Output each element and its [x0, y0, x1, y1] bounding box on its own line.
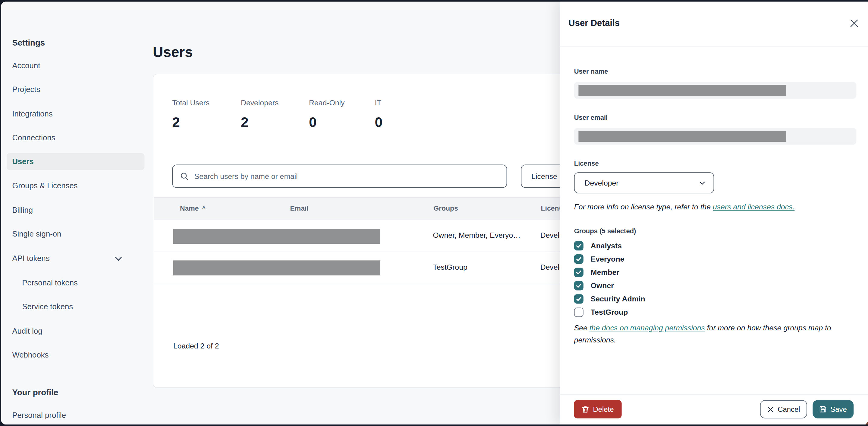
user-name-field[interactable]: [574, 82, 857, 98]
user-details-panel: User Details User name User email Licens…: [560, 2, 868, 425]
license-filter-label: License: [531, 172, 557, 180]
users-card: Total Users 2 Developers 2 Read-Only 0 I…: [153, 74, 599, 388]
delete-button[interactable]: Delete: [574, 400, 622, 419]
sidebar-item-personal-profile[interactable]: Personal profile: [12, 407, 66, 423]
sidebar-heading-settings: Settings: [12, 34, 45, 50]
chevron-down-icon: [699, 179, 706, 187]
stat-value: 0: [375, 114, 382, 130]
save-icon: [819, 405, 827, 413]
license-label: License: [574, 160, 599, 167]
cancel-button[interactable]: Cancel: [760, 400, 807, 419]
stat-label: Developers: [241, 98, 278, 107]
group-label: Owner: [591, 281, 614, 290]
permissions-note: See the docs on managing permissions for…: [574, 322, 858, 346]
group-label: Everyone: [591, 255, 624, 263]
sidebar-item-billing[interactable]: Billing: [12, 202, 33, 219]
group-label: TestGroup: [591, 308, 628, 316]
table-header: Name ^ Email Groups License: [154, 197, 598, 219]
redacted-name-email: [173, 229, 380, 244]
sidebar-item-single-sign-on[interactable]: Single sign-on: [12, 226, 61, 242]
column-header-email[interactable]: Email: [290, 198, 308, 219]
checkbox-icon: [574, 281, 584, 290]
sidebar-item-projects[interactable]: Projects: [12, 81, 40, 97]
sidebar-item-integrations[interactable]: Integrations: [12, 105, 53, 122]
save-label: Save: [830, 405, 846, 414]
sidebar-item-api-tokens[interactable]: API tokens: [12, 250, 50, 266]
sidebar-item-groups-licenses[interactable]: Groups & Licenses: [12, 177, 78, 194]
redacted-user-name: [578, 85, 786, 96]
license-dropdown-value: Developer: [585, 179, 699, 187]
stat-label: Total Users: [172, 98, 210, 107]
checkbox-icon: [574, 267, 584, 277]
divider: [560, 394, 868, 395]
user-name-label: User name: [574, 67, 608, 76]
x-icon: [767, 406, 774, 413]
checkbox-icon: [574, 241, 584, 250]
app-canvas: Settings Account Projects Integrations C…: [1, 2, 868, 425]
page-title: Users: [153, 44, 193, 61]
sidebar-item-connections[interactable]: Connections: [12, 129, 55, 146]
search-icon: [180, 172, 189, 180]
user-email-label: User email: [574, 114, 608, 121]
sidebar-item-webhooks[interactable]: Webhooks: [12, 346, 49, 363]
chevron-down-icon[interactable]: [114, 254, 123, 263]
window: Settings Account Projects Integrations C…: [0, 0, 868, 426]
row-groups-cell: TestGroup: [433, 263, 467, 272]
stat-value: 0: [309, 114, 345, 130]
settings-sidebar: Settings Account Projects Integrations C…: [1, 2, 153, 425]
users-licenses-docs-link[interactable]: users and licenses docs.: [713, 203, 795, 211]
group-checkbox-testgroup[interactable]: TestGroup: [574, 305, 628, 319]
checkbox-icon: [574, 307, 584, 316]
save-button[interactable]: Save: [812, 400, 854, 419]
group-checkbox-analysts[interactable]: Analysts: [574, 239, 622, 252]
search-users-input[interactable]: [193, 171, 507, 181]
sidebar-item-account[interactable]: Account: [12, 57, 40, 74]
panel-title: User Details: [568, 19, 620, 28]
stat-label: Read-Only: [309, 98, 345, 107]
redacted-name-email: [173, 260, 380, 276]
group-checkbox-member[interactable]: Member: [574, 265, 619, 279]
trash-icon: [582, 405, 589, 413]
group-checkbox-everyone[interactable]: Everyone: [574, 252, 624, 265]
divider: [560, 47, 868, 47]
row-groups-cell: Owner, Member, Everyo…: [433, 231, 521, 239]
group-label: Member: [591, 268, 619, 276]
sidebar-item-users[interactable]: Users: [12, 153, 33, 170]
stat-it: IT 0: [375, 98, 382, 130]
sidebar-item-service-tokens[interactable]: Service tokens: [22, 298, 73, 315]
managing-permissions-docs-link[interactable]: the docs on managing permissions: [590, 324, 705, 332]
sort-caret-icon: ^: [202, 205, 206, 212]
table-row[interactable]: Owner, Member, Everyo… Developer: [154, 219, 598, 252]
user-email-field[interactable]: [574, 128, 857, 144]
column-header-name[interactable]: Name ^: [180, 198, 206, 219]
loaded-status: Loaded 2 of 2: [173, 342, 219, 350]
stat-total-users: Total Users 2: [172, 98, 210, 130]
group-label: Analysts: [591, 242, 622, 250]
group-checkbox-security-admin[interactable]: Security Admin: [574, 292, 645, 305]
search-users-input-wrap[interactable]: [172, 165, 507, 188]
delete-label: Delete: [593, 405, 614, 414]
stat-value: 2: [241, 114, 278, 130]
license-dropdown[interactable]: Developer: [574, 172, 714, 193]
checkbox-icon: [574, 294, 584, 303]
group-checkbox-owner[interactable]: Owner: [574, 279, 614, 292]
checkbox-icon: [574, 254, 584, 263]
column-header-groups[interactable]: Groups: [433, 198, 458, 219]
stat-read-only: Read-Only 0: [309, 98, 345, 130]
cancel-label: Cancel: [778, 405, 800, 414]
groups-heading: Groups (5 selected): [574, 227, 636, 235]
close-icon[interactable]: [849, 19, 859, 28]
sidebar-item-audit-log[interactable]: Audit log: [12, 322, 42, 339]
table-row[interactable]: TestGroup Developer: [154, 252, 598, 284]
license-note: For more info on license type, refer to …: [574, 201, 858, 213]
stat-developers: Developers 2: [241, 98, 278, 130]
stat-label: IT: [375, 98, 382, 107]
sidebar-heading-your-profile: Your profile: [12, 384, 58, 400]
sidebar-item-personal-tokens[interactable]: Personal tokens: [22, 274, 78, 291]
redacted-user-email: [578, 131, 786, 142]
stat-value: 2: [172, 114, 210, 130]
group-label: Security Admin: [591, 294, 645, 303]
